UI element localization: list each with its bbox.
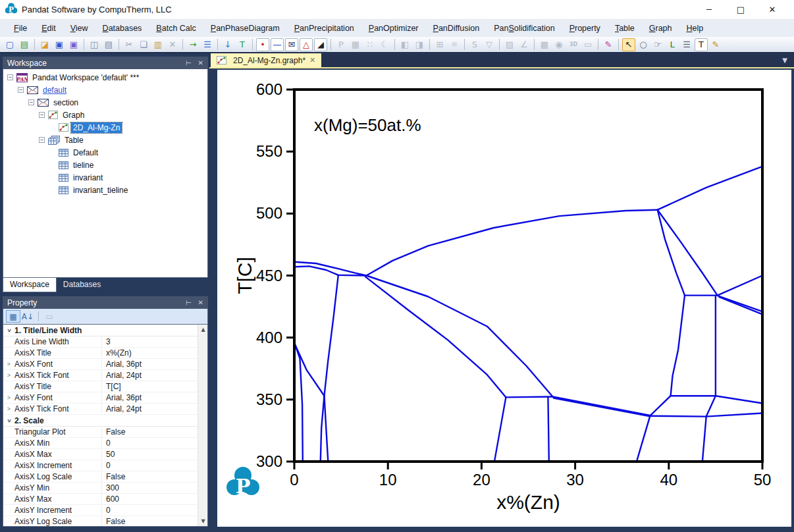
edit-pencil-icon[interactable]: ✎ <box>709 38 722 51</box>
menu-property[interactable]: Property <box>562 21 608 36</box>
close-panel-icon[interactable]: ✕ <box>198 59 203 66</box>
graph-canvas[interactable]: 01020304050300350400450500550600x%(Zn)T[… <box>217 70 791 527</box>
property-row-axisx-min[interactable]: AxisX Min0 <box>3 438 198 449</box>
expander-icon[interactable]: − <box>28 99 34 105</box>
property-row-axisx-max[interactable]: AxisX Max50 <box>3 449 198 460</box>
property-section-1-title-line-width[interactable]: >1. Title/Line Width <box>3 325 198 336</box>
minimize-button[interactable]: ─ <box>702 5 716 14</box>
pin-icon[interactable]: ⊥ <box>185 300 192 306</box>
menu-table[interactable]: Table <box>608 21 642 36</box>
alphabetical-icon[interactable]: A↓ <box>20 310 35 323</box>
batch-options-icon[interactable]: ☰ <box>201 38 214 51</box>
close-panel-icon[interactable]: ✕ <box>198 299 203 306</box>
property-value[interactable]: 0 <box>101 461 198 470</box>
property-row-axisx-font[interactable]: >AxisX FontArial, 36pt <box>3 359 198 370</box>
tree-item-invariant[interactable]: invariant <box>3 171 207 184</box>
tree-item-section[interactable]: −section <box>3 96 207 109</box>
expander-icon[interactable]: − <box>39 137 45 143</box>
menu-edit[interactable]: Edit <box>34 21 63 36</box>
pan-tool-icon[interactable]: ☞ <box>651 38 664 51</box>
menu-pansolidification[interactable]: PanSolidification <box>487 21 562 36</box>
import-database-icon[interactable]: ↓ <box>221 38 234 51</box>
delete-icon[interactable]: ✕ <box>166 38 179 51</box>
scroll-up-icon[interactable]: ▲ <box>198 325 208 334</box>
property-value[interactable]: x%(Zn) <box>101 348 198 358</box>
property-row-axisx-increment[interactable]: AxisX Increment0 <box>3 460 198 471</box>
property-row-axisy-title[interactable]: AxisY TitleT[C] <box>3 381 198 392</box>
property-value[interactable]: 0 <box>101 439 198 448</box>
property-value[interactable]: Arial, 24pt <box>101 404 198 413</box>
menu-view[interactable]: View <box>63 21 95 36</box>
tree-item-2d-al-mg-zn[interactable]: 2D_Al-Mg-Zn <box>3 121 207 134</box>
graph-settings-icon[interactable]: ✎ <box>602 38 615 51</box>
graph-document-tab[interactable]: 2D_Al-Mg-Zn.graph* ✕ <box>211 53 321 67</box>
menu-panprecipitation[interactable]: PanPrecipitation <box>287 21 361 36</box>
property-row-axisx-log-scale[interactable]: AxisX Log ScaleFalse <box>3 471 198 483</box>
property-row-axisy-increment[interactable]: AxisY Increment0 <box>3 505 198 516</box>
menu-pandiffusion[interactable]: PanDiffusion <box>426 21 487 36</box>
scroll-down-icon[interactable]: ▼ <box>198 516 208 526</box>
tree-item-invariant-tieline[interactable]: invariant_tieline <box>3 184 207 196</box>
property-value[interactable]: T[C] <box>101 382 198 391</box>
menu-panoptimizer[interactable]: PanOptimizer <box>361 21 426 36</box>
property-row-axisy-min[interactable]: AxisY Min300 <box>3 483 198 494</box>
new-workspace-icon[interactable]: ▢ <box>3 38 16 51</box>
menu-panphasediagram[interactable]: PanPhaseDiagram <box>203 21 287 36</box>
menu-databases[interactable]: Databases <box>95 21 149 36</box>
tab-workspace[interactable]: Workspace <box>3 278 57 292</box>
expander-icon[interactable]: − <box>7 74 13 80</box>
menu-file[interactable]: File <box>7 21 34 36</box>
tdb-viewer-icon[interactable]: T <box>236 38 249 51</box>
property-value[interactable]: 600 <box>101 494 198 504</box>
property-scrollbar[interactable]: ▲ ▼ <box>198 325 207 526</box>
zoom-tool-icon[interactable]: ○ <box>637 38 650 51</box>
expander-icon[interactable]: − <box>18 87 24 93</box>
tab-databases[interactable]: Databases <box>57 278 107 292</box>
property-row-axis-line-width[interactable]: Axis Line Width3 <box>3 336 198 348</box>
paste-icon[interactable]: ▥ <box>151 38 165 51</box>
save-all-icon[interactable]: ▣ <box>67 38 80 51</box>
tree-item-table[interactable]: −Table <box>3 134 207 146</box>
close-tab-icon[interactable]: ✕ <box>309 56 315 65</box>
menu-batch-calc[interactable]: Batch Calc <box>149 21 203 36</box>
property-value[interactable]: Arial, 36pt <box>101 393 198 402</box>
expander-icon[interactable]: − <box>39 112 45 118</box>
copy-icon[interactable]: ❏ <box>137 38 150 51</box>
property-value[interactable]: 300 <box>101 483 198 492</box>
property-value[interactable]: False <box>101 427 198 437</box>
tree-item-default[interactable]: −default <box>3 84 207 96</box>
property-row-axisy-max[interactable]: AxisY Max600 <box>3 494 198 505</box>
tree-item-default[interactable]: Default <box>3 146 207 159</box>
point-calculation-icon[interactable]: • <box>256 38 269 51</box>
print-icon[interactable]: ▤ <box>102 38 115 51</box>
tab-overflow-icon[interactable]: ▼ <box>782 57 787 64</box>
open-file-icon[interactable]: ◪ <box>38 38 51 51</box>
property-value[interactable]: False <box>101 517 198 526</box>
line-calculation-icon[interactable]: — <box>271 38 284 51</box>
maximize-button[interactable]: □ <box>733 5 748 14</box>
property-row-axisx-title[interactable]: AxisX Titlex%(Zn) <box>3 348 198 359</box>
pin-icon[interactable]: ⊥ <box>185 60 192 66</box>
section-calculation-icon[interactable]: ✉ <box>285 38 298 51</box>
text-tool-icon[interactable]: T <box>695 38 708 51</box>
run-calculation-icon[interactable]: → <box>186 38 199 51</box>
property-row-axisy-tick-font[interactable]: >AxisY Tick FontArial, 24pt <box>3 404 198 415</box>
menu-graph[interactable]: Graph <box>642 21 679 36</box>
legend-tool-icon[interactable]: L <box>666 38 679 51</box>
property-value[interactable]: Arial, 36pt <box>101 359 198 369</box>
tree-item-graph[interactable]: −Graph <box>3 109 207 121</box>
select-cursor-icon[interactable]: ↖ <box>622 38 635 51</box>
property-value[interactable]: 3 <box>101 337 198 346</box>
property-value[interactable]: 50 <box>101 450 198 459</box>
print-preview-icon[interactable]: ◫ <box>88 38 101 51</box>
open-workspace-icon[interactable]: ▤ <box>18 38 31 51</box>
property-section-2-scale[interactable]: >2. Scale <box>3 415 198 427</box>
property-row-axisy-log-scale[interactable]: AxisY Log ScaleFalse <box>3 516 198 527</box>
property-value[interactable]: False <box>101 472 198 481</box>
save-icon[interactable]: ▣ <box>53 38 66 51</box>
tree-item-tieline[interactable]: tieline <box>3 159 207 171</box>
cut-icon[interactable]: ✂ <box>122 38 136 51</box>
property-value[interactable]: 0 <box>101 506 198 515</box>
property-value[interactable]: Arial, 24pt <box>101 371 198 380</box>
property-row-axisx-tick-font[interactable]: >AxisX Tick FontArial, 24pt <box>3 370 198 381</box>
